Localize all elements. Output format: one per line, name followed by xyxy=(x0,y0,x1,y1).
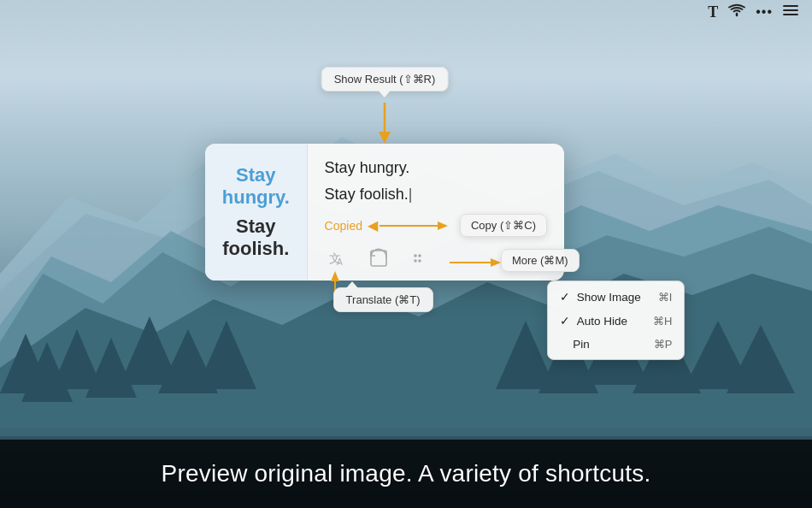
typer-icon: T xyxy=(708,3,718,21)
image-line1: Stay hungry. xyxy=(219,164,293,209)
more-tooltip[interactable]: More (⌘M) xyxy=(501,249,580,272)
copied-arrow-icon: ◀ xyxy=(368,217,378,233)
svg-marker-23 xyxy=(379,132,391,144)
svg-marker-29 xyxy=(331,271,339,281)
main-panel: Stay hungry. Stay foolish. Stay hungry. … xyxy=(205,144,564,281)
svg-point-31 xyxy=(414,254,417,257)
svg-marker-25 xyxy=(438,222,448,230)
pin-label: Pin xyxy=(573,338,590,351)
panel-text: Stay hungry. Stay foolish. Copied ◀ Copy… xyxy=(308,144,564,281)
image-line2: Stay foolish. xyxy=(219,216,293,260)
list-icon xyxy=(783,3,798,21)
show-image-label: Show Image xyxy=(577,291,641,304)
svg-text:A: A xyxy=(337,257,343,267)
more-button[interactable]: More (⌘M) xyxy=(407,245,432,271)
auto-hide-shortcut: ⌘H xyxy=(653,315,672,328)
dots-icon: ••• xyxy=(756,4,773,20)
svg-rect-30 xyxy=(371,251,386,266)
show-image-shortcut: ⌘I xyxy=(658,291,673,304)
menu-item-show-image[interactable]: ✓ Show Image ⌘I xyxy=(548,285,684,309)
panel-image: Stay hungry. Stay foolish. xyxy=(205,144,308,281)
translate-label: Translate (⌘T) xyxy=(346,293,421,306)
pin-shortcut: ⌘P xyxy=(654,338,673,351)
checkmark-auto-hide: ✓ xyxy=(560,315,574,328)
icons-row: 文 A Translate (⌘T) xyxy=(325,245,547,271)
svg-rect-18 xyxy=(0,428,812,440)
result-line2: Stay foolish. xyxy=(325,186,547,204)
copy-label: Copy (⇧⌘C) xyxy=(471,219,536,232)
wifi-icon xyxy=(728,3,745,21)
svg-point-33 xyxy=(414,259,417,263)
refresh-button[interactable] xyxy=(366,245,391,271)
result-line1: Stay hungry. xyxy=(325,159,547,177)
svg-point-34 xyxy=(418,259,421,263)
more-menu: ✓ Show Image ⌘I ✓ Auto Hide ⌘H Pin ⌘P xyxy=(547,281,685,360)
copy-tooltip[interactable]: Copy (⇧⌘C) xyxy=(460,214,547,237)
translate-tooltip[interactable]: Translate (⌘T) xyxy=(333,287,433,312)
bottom-bar: Preview original image. A variety of sho… xyxy=(0,440,812,508)
show-result-label: Show Result (⇧⌘R) xyxy=(334,73,436,86)
copied-row: Copied ◀ Copy (⇧⌘C) xyxy=(325,214,547,237)
panel-container: Show Result (⇧⌘R) Stay hungry. Stay fool… xyxy=(205,103,564,281)
copied-label: Copied xyxy=(325,219,362,233)
checkmark-show-image: ✓ xyxy=(560,291,574,304)
bottom-text: Preview original image. A variety of sho… xyxy=(162,460,651,487)
svg-point-32 xyxy=(418,254,421,257)
translate-button[interactable]: 文 A Translate (⌘T) xyxy=(325,245,350,271)
show-result-tooltip[interactable]: Show Result (⇧⌘R) xyxy=(321,67,449,92)
menubar: T ••• xyxy=(708,0,812,24)
auto-hide-label: Auto Hide xyxy=(577,315,627,328)
svg-marker-36 xyxy=(491,258,501,267)
menu-item-auto-hide[interactable]: ✓ Auto Hide ⌘H xyxy=(548,309,684,333)
more-label: More (⌘M) xyxy=(512,254,568,267)
more-menu-list: ✓ Show Image ⌘I ✓ Auto Hide ⌘H Pin ⌘P xyxy=(547,281,685,360)
menu-item-pin[interactable]: Pin ⌘P xyxy=(548,333,684,356)
